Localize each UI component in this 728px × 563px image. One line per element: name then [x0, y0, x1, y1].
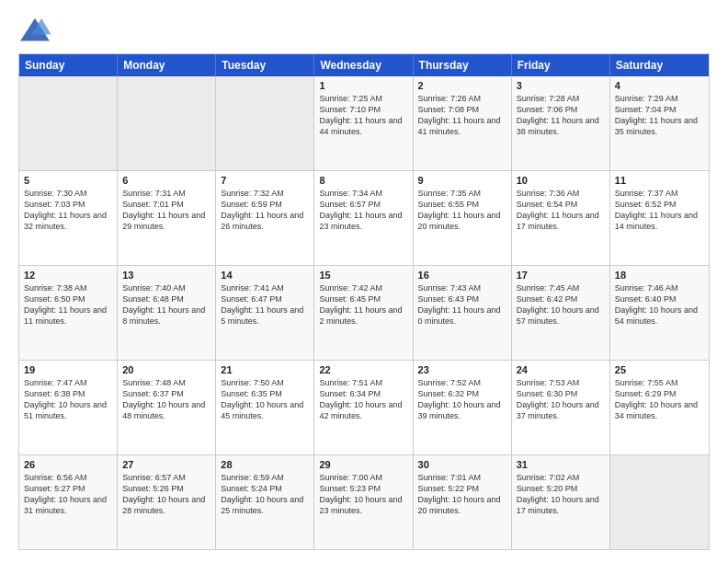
- day-number: 17: [517, 270, 605, 281]
- calendar-row-3: 19Sunrise: 7:47 AM Sunset: 6:38 PM Dayli…: [19, 360, 709, 454]
- day-info: Sunrise: 7:34 AM Sunset: 6:57 PM Dayligh…: [319, 188, 407, 233]
- calendar-row-0: 1Sunrise: 7:25 AM Sunset: 7:10 PM Daylig…: [19, 76, 709, 170]
- day-info: Sunrise: 7:55 AM Sunset: 6:29 PM Dayligh…: [615, 377, 704, 422]
- day-info: Sunrise: 7:35 AM Sunset: 6:55 PM Dayligh…: [418, 188, 506, 233]
- day-cell-15: 15Sunrise: 7:42 AM Sunset: 6:45 PM Dayli…: [314, 266, 413, 360]
- day-cell-31: 31Sunrise: 7:02 AM Sunset: 5:20 PM Dayli…: [512, 455, 610, 549]
- day-info: Sunrise: 7:31 AM Sunset: 7:01 PM Dayligh…: [122, 188, 210, 233]
- day-info: Sunrise: 7:25 AM Sunset: 7:10 PM Dayligh…: [319, 93, 407, 138]
- day-number: 7: [221, 175, 309, 186]
- day-number: 5: [24, 175, 112, 186]
- day-info: Sunrise: 7:47 AM Sunset: 6:38 PM Dayligh…: [24, 377, 112, 422]
- day-info: Sunrise: 7:51 AM Sunset: 6:34 PM Dayligh…: [319, 377, 407, 422]
- day-info: Sunrise: 7:01 AM Sunset: 5:22 PM Dayligh…: [418, 472, 506, 517]
- day-number: 24: [517, 364, 605, 375]
- calendar-row-1: 5Sunrise: 7:30 AM Sunset: 7:03 PM Daylig…: [19, 170, 709, 265]
- day-number: 21: [221, 364, 309, 375]
- day-cell-28: 28Sunrise: 6:59 AM Sunset: 5:24 PM Dayli…: [216, 455, 314, 549]
- day-cell-8: 8Sunrise: 7:34 AM Sunset: 6:57 PM Daylig…: [314, 171, 413, 265]
- empty-cell-4-6: [610, 455, 709, 549]
- day-number: 15: [319, 270, 407, 281]
- day-cell-3: 3Sunrise: 7:28 AM Sunset: 7:06 PM Daylig…: [512, 76, 610, 170]
- day-info: Sunrise: 7:00 AM Sunset: 5:23 PM Dayligh…: [319, 472, 407, 517]
- day-info: Sunrise: 7:42 AM Sunset: 6:45 PM Dayligh…: [319, 282, 407, 327]
- day-cell-24: 24Sunrise: 7:53 AM Sunset: 6:30 PM Dayli…: [512, 361, 610, 454]
- day-number: 1: [319, 80, 407, 91]
- day-info: Sunrise: 7:38 AM Sunset: 6:50 PM Dayligh…: [24, 282, 112, 327]
- day-cell-14: 14Sunrise: 7:41 AM Sunset: 6:47 PM Dayli…: [216, 266, 314, 360]
- day-cell-6: 6Sunrise: 7:31 AM Sunset: 7:01 PM Daylig…: [118, 171, 216, 265]
- day-info: Sunrise: 6:59 AM Sunset: 5:24 PM Dayligh…: [221, 472, 309, 517]
- day-info: Sunrise: 7:50 AM Sunset: 6:35 PM Dayligh…: [221, 377, 309, 422]
- day-number: 2: [418, 80, 506, 91]
- day-cell-7: 7Sunrise: 7:32 AM Sunset: 6:59 PM Daylig…: [216, 171, 314, 265]
- day-info: Sunrise: 7:28 AM Sunset: 7:06 PM Dayligh…: [517, 93, 605, 138]
- header-cell-monday: Monday: [118, 54, 216, 76]
- day-number: 20: [122, 364, 210, 375]
- day-cell-23: 23Sunrise: 7:52 AM Sunset: 6:32 PM Dayli…: [414, 361, 512, 454]
- day-number: 13: [122, 270, 210, 281]
- calendar-row-2: 12Sunrise: 7:38 AM Sunset: 6:50 PM Dayli…: [19, 265, 709, 360]
- day-cell-29: 29Sunrise: 7:00 AM Sunset: 5:23 PM Dayli…: [314, 455, 413, 549]
- day-number: 12: [24, 270, 112, 281]
- empty-cell-0-0: [19, 76, 118, 170]
- day-info: Sunrise: 7:53 AM Sunset: 6:30 PM Dayligh…: [517, 377, 605, 422]
- header-cell-wednesday: Wednesday: [314, 54, 413, 76]
- calendar-row-4: 26Sunrise: 6:56 AM Sunset: 5:27 PM Dayli…: [19, 454, 709, 549]
- day-number: 27: [122, 459, 210, 470]
- header-cell-thursday: Thursday: [414, 54, 512, 76]
- empty-cell-0-2: [216, 76, 314, 170]
- day-number: 3: [517, 80, 605, 91]
- day-info: Sunrise: 6:57 AM Sunset: 5:26 PM Dayligh…: [122, 472, 210, 517]
- day-info: Sunrise: 7:40 AM Sunset: 6:48 PM Dayligh…: [122, 282, 210, 327]
- day-cell-9: 9Sunrise: 7:35 AM Sunset: 6:55 PM Daylig…: [414, 171, 512, 265]
- day-cell-11: 11Sunrise: 7:37 AM Sunset: 6:52 PM Dayli…: [610, 171, 709, 265]
- day-number: 25: [615, 364, 704, 375]
- logo: [18, 17, 57, 44]
- day-info: Sunrise: 7:30 AM Sunset: 7:03 PM Dayligh…: [24, 188, 112, 233]
- header-cell-friday: Friday: [512, 54, 610, 76]
- day-cell-22: 22Sunrise: 7:51 AM Sunset: 6:34 PM Dayli…: [314, 361, 413, 454]
- day-info: Sunrise: 6:56 AM Sunset: 5:27 PM Dayligh…: [24, 472, 112, 517]
- day-cell-4: 4Sunrise: 7:29 AM Sunset: 7:04 PM Daylig…: [610, 76, 709, 170]
- header-cell-tuesday: Tuesday: [216, 54, 314, 76]
- day-number: 29: [319, 459, 407, 470]
- day-number: 28: [221, 459, 309, 470]
- calendar: SundayMondayTuesdayWednesdayThursdayFrid…: [18, 53, 710, 550]
- day-number: 22: [319, 364, 407, 375]
- empty-cell-0-1: [118, 76, 216, 170]
- day-number: 31: [517, 459, 605, 470]
- day-cell-2: 2Sunrise: 7:26 AM Sunset: 7:08 PM Daylig…: [414, 76, 512, 170]
- day-cell-18: 18Sunrise: 7:46 AM Sunset: 6:40 PM Dayli…: [610, 266, 709, 360]
- day-info: Sunrise: 7:41 AM Sunset: 6:47 PM Dayligh…: [221, 282, 309, 327]
- day-number: 8: [319, 175, 407, 186]
- day-number: 18: [615, 270, 704, 281]
- day-cell-1: 1Sunrise: 7:25 AM Sunset: 7:10 PM Daylig…: [314, 76, 413, 170]
- day-number: 23: [418, 364, 506, 375]
- day-cell-27: 27Sunrise: 6:57 AM Sunset: 5:26 PM Dayli…: [118, 455, 216, 549]
- day-number: 9: [418, 175, 506, 186]
- day-info: Sunrise: 7:52 AM Sunset: 6:32 PM Dayligh…: [418, 377, 506, 422]
- day-cell-5: 5Sunrise: 7:30 AM Sunset: 7:03 PM Daylig…: [19, 171, 118, 265]
- day-info: Sunrise: 7:26 AM Sunset: 7:08 PM Dayligh…: [418, 93, 506, 138]
- day-info: Sunrise: 7:45 AM Sunset: 6:42 PM Dayligh…: [517, 282, 605, 327]
- day-cell-19: 19Sunrise: 7:47 AM Sunset: 6:38 PM Dayli…: [19, 361, 118, 454]
- day-info: Sunrise: 7:29 AM Sunset: 7:04 PM Dayligh…: [615, 93, 704, 138]
- day-cell-25: 25Sunrise: 7:55 AM Sunset: 6:29 PM Dayli…: [610, 361, 709, 454]
- day-cell-21: 21Sunrise: 7:50 AM Sunset: 6:35 PM Dayli…: [216, 361, 314, 454]
- day-info: Sunrise: 7:32 AM Sunset: 6:59 PM Dayligh…: [221, 188, 309, 233]
- day-cell-30: 30Sunrise: 7:01 AM Sunset: 5:22 PM Dayli…: [414, 455, 512, 549]
- day-info: Sunrise: 7:37 AM Sunset: 6:52 PM Dayligh…: [615, 188, 704, 233]
- day-number: 30: [418, 459, 506, 470]
- header-cell-sunday: Sunday: [19, 54, 118, 76]
- day-number: 14: [221, 270, 309, 281]
- page: SundayMondayTuesdayWednesdayThursdayFrid…: [0, 0, 728, 563]
- day-number: 26: [24, 459, 112, 470]
- day-number: 16: [418, 270, 506, 281]
- day-info: Sunrise: 7:46 AM Sunset: 6:40 PM Dayligh…: [615, 282, 704, 327]
- day-number: 11: [615, 175, 704, 186]
- day-cell-12: 12Sunrise: 7:38 AM Sunset: 6:50 PM Dayli…: [19, 266, 118, 360]
- day-number: 6: [122, 175, 210, 186]
- day-info: Sunrise: 7:43 AM Sunset: 6:43 PM Dayligh…: [418, 282, 506, 327]
- day-cell-16: 16Sunrise: 7:43 AM Sunset: 6:43 PM Dayli…: [414, 266, 512, 360]
